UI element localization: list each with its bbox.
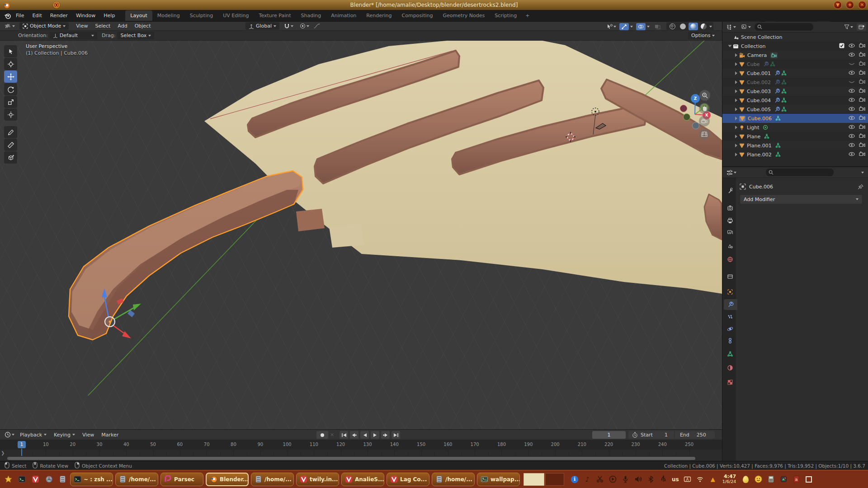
outliner-display-mode-button[interactable] [740,23,753,30]
tab-geometry-nodes[interactable]: Geometry Nodes [438,10,490,21]
taskbar-window-0[interactable]: ~ : zsh ... [70,473,113,486]
jump-to-end-button[interactable] [392,431,400,439]
properties-tab-world[interactable] [724,254,736,265]
overlays-toggle[interactable] [636,23,646,30]
next-keyframe-button[interactable] [381,431,390,439]
mode-dropdown[interactable]: Object Mode [19,22,69,30]
launcher-file-cabinet[interactable] [57,474,68,485]
viewport-3d-canvas[interactable]: User Perspective (1) Collection | Cube.0… [0,41,722,429]
outliner-row-cube-001[interactable]: Cube.001 [722,69,868,78]
tray-smiley-icon[interactable] [754,475,762,483]
current-frame-field[interactable]: 1 [592,431,626,439]
tray-calculator-icon[interactable] [767,475,775,483]
hide-viewport-toggle[interactable] [849,52,855,58]
editor-type-button[interactable] [3,22,17,30]
outliner-search-input[interactable] [755,23,813,31]
tray-usb-icon[interactable] [659,475,667,483]
tray-play-icon[interactable] [609,475,617,483]
auto-key-button[interactable] [316,431,328,439]
play-reverse-button[interactable] [360,431,369,439]
add-modifier-dropdown[interactable]: Add Modifier [740,194,863,204]
frame-range-group[interactable]: Start 1 End 250 [628,431,715,439]
xray-toggle[interactable] [653,23,662,30]
tray-mic-icon[interactable] [621,475,629,483]
disable-renders-toggle[interactable] [859,43,865,49]
launcher-terminal[interactable] [16,474,27,485]
minimize-button[interactable]: ▼ [834,1,842,9]
outliner-row-cube-005[interactable]: Cube.005 [722,105,868,114]
tab-texture-paint[interactable]: Texture Paint [254,10,296,21]
properties-tab-constraints[interactable] [724,335,736,346]
outliner-row-light[interactable]: Light [722,123,868,132]
outliner-row-cube-006[interactable]: Cube.006 [722,114,868,123]
tray-book-icon[interactable]: a [792,475,800,483]
tool-transform[interactable] [4,108,17,121]
tray-wifi-icon[interactable] [696,475,704,483]
zoom-button[interactable] [699,90,710,101]
tab-shading[interactable]: Shading [296,10,326,21]
taskbar-window-2[interactable]: Parsec [160,473,203,486]
outliner-editor-type-button[interactable] [724,23,738,31]
transform-orientation-dropdown[interactable]: Global [245,22,279,30]
clock[interactable]: 4:471/6/24 [722,474,736,484]
drag-dropdown[interactable]: Select Box [117,32,154,39]
play-button[interactable] [371,431,379,439]
tray-music-icon[interactable]: ♪ [583,475,591,483]
hide-viewport-toggle[interactable] [849,89,855,94]
new-collection-button[interactable] [857,23,866,31]
disable-renders-toggle[interactable] [859,61,865,67]
tray-package-icon[interactable] [779,475,788,483]
hide-viewport-toggle[interactable] [849,43,855,49]
properties-tab-render[interactable] [724,202,736,213]
axis-z-neg[interactable] [692,122,699,129]
workspace-1[interactable] [524,473,544,486]
timeline-ruler[interactable]: 1102030405060708090100110120130140150160… [0,440,722,450]
taskbar-window-3[interactable]: Blender... [206,473,249,486]
disable-renders-toggle[interactable] [859,115,865,122]
tray-keyboard-icon[interactable]: A [684,475,692,483]
hide-viewport-toggle[interactable] [849,152,855,158]
tool-cursor[interactable] [4,58,17,70]
taskbar-window-1[interactable]: /home/... [115,473,158,486]
properties-search-input[interactable] [766,169,834,176]
ortho-grid-button[interactable] [699,129,710,140]
outliner-row-cube[interactable]: Cube [722,60,868,69]
timeline-expand-chevron[interactable]: ❯ [1,450,5,455]
properties-tab-modifiers[interactable] [724,299,737,310]
timeline-scrollbar-thumb[interactable] [7,457,695,460]
disable-renders-toggle[interactable] [859,88,865,94]
disable-renders-toggle[interactable] [859,106,865,113]
taskbar-window-6[interactable]: AnalieS... [341,473,384,486]
pin-icon[interactable] [858,184,863,190]
hide-viewport-toggle[interactable] [849,98,855,103]
tool-scale[interactable] [4,96,17,108]
launcher-v-app[interactable] [30,474,41,485]
properties-tab-texture[interactable] [724,377,736,388]
outliner-row-plane[interactable]: Plane [722,132,868,141]
tab-animation[interactable]: Animation [326,10,361,21]
tool-select-box[interactable] [4,45,17,57]
taskbar-window-7[interactable]: Lag Co... [387,473,429,486]
timeline-editor-type-button[interactable] [3,431,16,439]
maximize-button[interactable]: + [846,1,854,9]
tray-window-frame-icon[interactable] [805,475,813,483]
properties-tab-object[interactable] [724,286,736,297]
timeline-menu-marker[interactable]: Marker [98,432,122,438]
properties-tab-collection[interactable] [724,271,736,282]
prev-keyframe-button[interactable] [350,431,359,439]
menu-edit[interactable]: Edit [28,11,46,20]
tool-annotate[interactable] [4,126,17,138]
disable-renders-toggle[interactable] [859,142,865,149]
collection-checkbox[interactable] [839,43,844,50]
properties-tab-view-layer[interactable] [724,227,736,238]
gizmos-toggle[interactable] [619,23,629,30]
disable-renders-toggle[interactable] [859,79,865,85]
playhead-line[interactable] [21,449,22,456]
shading-rendered-button[interactable] [699,23,708,30]
outliner-row-camera[interactable]: Camera [722,51,868,60]
taskbar-window-9[interactable]: wallpap... [477,473,520,486]
workspace-pager[interactable] [524,473,564,486]
keyboard-layout-indicator[interactable]: us [672,476,679,483]
timeline-menu-view[interactable]: View [79,432,98,438]
launcher-media-reel[interactable] [43,474,54,485]
